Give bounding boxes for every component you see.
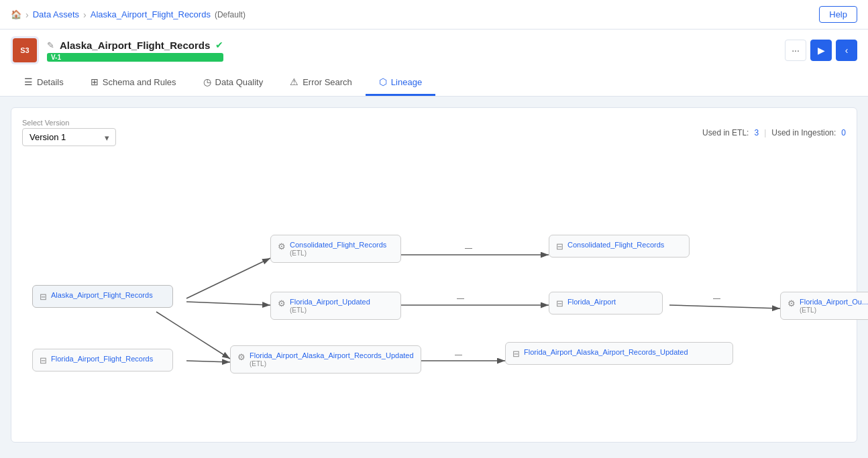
schema-icon: ⊞: [91, 76, 99, 87]
table-icon-2: ⊟: [40, 355, 47, 365]
etl-divider: |: [764, 128, 766, 137]
lineage-panel: Select Version Version 1 Used in ETL: 3 …: [11, 107, 857, 443]
home-icon[interactable]: 🏠: [11, 9, 21, 19]
table-icon-1: ⊟: [40, 292, 47, 302]
svg-text:—: —: [713, 294, 720, 302]
node-florida-alaska-etl[interactable]: ⚙ Florida_Airport_Alaska_Airport_Records…: [230, 345, 421, 374]
svg-text:—: —: [465, 243, 472, 251]
etl-label: Used in ETL:: [702, 128, 749, 137]
tab-details[interactable]: ☰ Details: [11, 70, 77, 96]
breadcrumb: 🏠 › Data Assets › Alaska_Airport_Flight_…: [11, 9, 246, 20]
version-select-group: Select Version Version 1: [22, 119, 116, 146]
node-florida-updated-etl[interactable]: ⚙ Florida_Airport_Updated (ETL): [270, 292, 401, 320]
details-icon: ☰: [24, 76, 33, 87]
node-text-7: Florida_Airport: [567, 298, 616, 306]
play-button[interactable]: ▶: [810, 40, 832, 61]
more-actions-button[interactable]: ···: [785, 40, 806, 61]
ingestion-label: Used in Ingestion:: [771, 128, 836, 137]
node-tag-3: (ETL): [290, 306, 370, 314]
separator-1: ›: [25, 9, 29, 20]
lineage-graph: — — — — ⊟ Alaska_Airport_Flight_Records: [22, 154, 846, 409]
svg-text:—: —: [455, 350, 462, 358]
help-button[interactable]: Help: [819, 6, 857, 23]
edit-icon[interactable]: ✎: [47, 40, 54, 50]
check-icon: ✔: [215, 40, 223, 50]
node-text-2: Consolidated_Flight_Records (ETL): [290, 241, 386, 257]
node-text-5: Florida_Airport_Alaska_Airport_Records_U…: [250, 351, 414, 367]
lineage-top-row: Select Version Version 1 Used in ETL: 3 …: [22, 119, 846, 146]
etl-count: 3: [754, 128, 759, 137]
tab-lineage[interactable]: ⬡ Lineage: [366, 70, 435, 96]
tabs: ☰ Details ⊞ Schema and Rules ◷ Data Qual…: [11, 70, 857, 96]
tab-details-label: Details: [37, 77, 64, 87]
node-florida-out-etl[interactable]: ⚙ Florida_Airport_Ou... (ETL): [780, 292, 868, 320]
version-select-label: Select Version: [22, 119, 116, 127]
lineage-icon: ⬡: [379, 76, 387, 87]
svg-line-1: [186, 258, 270, 298]
node-name-1: Alaska_Airport_Flight_Records: [51, 291, 153, 299]
tab-error-label: Error Search: [303, 77, 352, 87]
content-area: Select Version Version 1 Used in ETL: 3 …: [0, 97, 868, 458]
breadcrumb-default: (Default): [215, 10, 246, 19]
etl-icon-4: ⚙: [788, 298, 796, 308]
breadcrumb-asset[interactable]: Alaska_Airport_Flight_Records: [91, 9, 211, 19]
tab-schema-label: Schema and Rules: [103, 77, 176, 87]
etl-usage: Used in ETL: 3 | Used in Ingestion: 0: [702, 128, 846, 137]
tab-lineage-label: Lineage: [391, 77, 422, 87]
ingestion-count: 0: [841, 128, 846, 137]
asset-icon: S3: [11, 36, 39, 64]
error-icon: ⚠: [290, 76, 299, 87]
table-icon-5: ⊟: [512, 349, 520, 359]
svg-line-11: [669, 305, 780, 308]
version-select[interactable]: Version 1: [22, 128, 116, 146]
node-tag-9: (ETL): [800, 306, 868, 314]
node-consolidated-table[interactable]: ⊟ Consolidated_Flight_Records: [549, 235, 690, 257]
node-consolidated-etl[interactable]: ⚙ Consolidated_Flight_Records (ETL): [270, 235, 401, 263]
table-icon-4: ⊟: [556, 298, 563, 308]
asset-icon-inner: S3: [13, 38, 37, 62]
version-select-wrap[interactable]: Version 1: [22, 128, 116, 146]
asset-name-row: ✎ Alaska_Airport_Flight_Records ✔: [47, 40, 223, 51]
svg-line-4: [186, 361, 230, 362]
asset-name-block: ✎ Alaska_Airport_Flight_Records ✔ V-1: [47, 40, 223, 62]
node-alaska-airport[interactable]: ⊟ Alaska_Airport_Flight_Records: [32, 285, 173, 308]
svg-line-2: [186, 302, 270, 305]
header-actions: ··· ▶ ‹: [785, 40, 857, 61]
asset-title-row: S3 ✎ Alaska_Airport_Flight_Records ✔ V-1…: [11, 36, 857, 64]
node-text-4: Florida_Airport_Flight_Records: [51, 355, 153, 363]
node-tag-2: (ETL): [290, 249, 386, 257]
node-text-1: Alaska_Airport_Flight_Records: [51, 291, 153, 299]
etl-icon-1: ⚙: [278, 241, 286, 251]
asset-title-left: S3 ✎ Alaska_Airport_Flight_Records ✔ V-1: [11, 36, 223, 64]
tab-quality-label: Data Quality: [215, 77, 264, 87]
tab-quality[interactable]: ◷ Data Quality: [190, 70, 277, 96]
node-name-7: Florida_Airport: [567, 298, 616, 306]
version-badge: V-1: [47, 53, 223, 62]
node-name-4: Florida_Airport_Flight_Records: [51, 355, 153, 363]
node-tag-5: (ETL): [250, 360, 414, 367]
node-name-2: Consolidated_Flight_Records: [290, 241, 386, 249]
node-name-8: Florida_Airport_Alaska_Airport_Records_U…: [524, 348, 688, 356]
node-florida-flight[interactable]: ⊟ Florida_Airport_Flight_Records: [32, 349, 173, 371]
separator-2: ›: [83, 9, 87, 20]
etl-icon-3: ⚙: [237, 352, 246, 362]
node-name-6: Consolidated_Flight_Records: [567, 241, 664, 249]
node-text-6: Consolidated_Flight_Records: [567, 241, 664, 249]
table-icon-3: ⊟: [556, 241, 563, 251]
node-text-8: Florida_Airport_Alaska_Airport_Records_U…: [524, 348, 688, 356]
etl-icon-2: ⚙: [278, 298, 286, 308]
node-florida-airport-table[interactable]: ⊟ Florida_Airport: [549, 292, 663, 314]
tab-error[interactable]: ⚠ Error Search: [276, 70, 366, 96]
svg-text:—: —: [457, 294, 464, 302]
top-bar: 🏠 › Data Assets › Alaska_Airport_Flight_…: [0, 0, 868, 30]
breadcrumb-data-assets[interactable]: Data Assets: [33, 9, 79, 19]
back-button[interactable]: ‹: [836, 40, 857, 61]
header-section: S3 ✎ Alaska_Airport_Flight_Records ✔ V-1…: [0, 30, 868, 97]
node-name-3: Florida_Airport_Updated: [290, 298, 370, 306]
asset-name: Alaska_Airport_Flight_Records: [60, 40, 210, 51]
node-name-5: Florida_Airport_Alaska_Airport_Records_U…: [250, 351, 414, 359]
node-florida-alaska-table[interactable]: ⊟ Florida_Airport_Alaska_Airport_Records…: [505, 342, 733, 365]
tab-schema[interactable]: ⊞ Schema and Rules: [77, 70, 190, 96]
node-name-9: Florida_Airport_Ou...: [800, 298, 868, 306]
node-text-3: Florida_Airport_Updated (ETL): [290, 298, 370, 314]
